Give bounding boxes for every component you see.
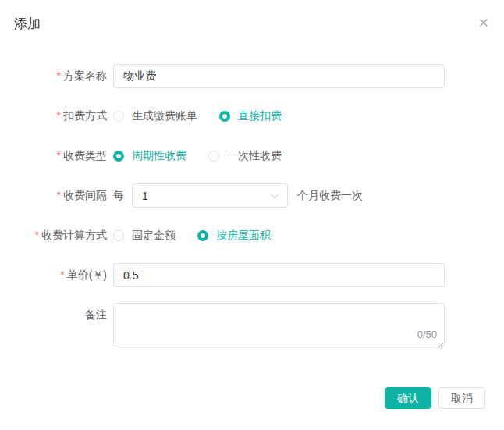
charge-type-radio-group: 周期性收费 一次性收费 (113, 149, 282, 163)
close-icon (478, 17, 489, 28)
char-counter: 0/50 (417, 329, 437, 339)
radio-icon (219, 111, 230, 122)
plan-name-input[interactable] (113, 64, 445, 88)
deduct-method-label: *扣费方式 (14, 104, 113, 128)
radio-label: 直接扣费 (238, 109, 282, 123)
add-form: *方案名称 *扣费方式 生成缴费账单 直接扣费 * (0, 64, 504, 346)
radio-label: 周期性收费 (132, 149, 186, 163)
charge-interval-label: *收费间隔 (14, 183, 113, 208)
radio-icon (113, 151, 124, 162)
radio-icon (197, 230, 208, 241)
charge-calc-radio-group: 固定金额 按房屋面积 (113, 229, 271, 243)
required-mark: * (57, 109, 61, 122)
required-mark: * (57, 189, 61, 201)
interval-select[interactable]: 1 (132, 183, 288, 208)
confirm-button[interactable]: 确认 (385, 387, 431, 409)
form-row-remark: 备注 0/50 (0, 303, 504, 346)
charge-type-label: *收费类型 (14, 144, 113, 168)
add-dialog: 添加 *方案名称 *扣费方式 (0, 0, 504, 430)
form-row-charge-interval: *收费间隔 每 1 个月收费一次 (0, 183, 504, 208)
radio-fixed-amount[interactable]: 固定金额 (113, 229, 176, 243)
remark-textarea-wrap: 0/50 (113, 303, 445, 346)
radio-generate-bill[interactable]: 生成缴费账单 (113, 109, 197, 123)
required-mark: * (35, 229, 39, 241)
radio-periodic-charge[interactable]: 周期性收费 (113, 149, 186, 163)
deduct-method-radio-group: 生成缴费账单 直接扣费 (113, 109, 282, 123)
interval-select-value: 1 (142, 190, 148, 202)
dialog-footer: 确认 取消 (0, 387, 504, 409)
plan-name-label: *方案名称 (14, 64, 113, 88)
form-row-unit-price: *单价(￥) (0, 263, 504, 287)
required-mark: * (57, 149, 61, 162)
dialog-title: 添加 (14, 16, 41, 31)
interval-prefix-text: 每 (113, 189, 124, 203)
dialog-header: 添加 (0, 14, 504, 34)
chevron-down-icon (271, 190, 279, 199)
radio-label: 生成缴费账单 (132, 109, 197, 123)
radio-label: 一次性收费 (227, 149, 282, 163)
form-row-plan-name: *方案名称 (0, 64, 504, 88)
required-mark: * (60, 268, 64, 281)
resize-handle-icon[interactable] (436, 338, 443, 345)
cancel-button[interactable]: 取消 (438, 387, 485, 409)
unit-price-input[interactable] (113, 263, 445, 287)
radio-label: 按房屋面积 (216, 229, 271, 243)
radio-direct-deduct[interactable]: 直接扣费 (219, 109, 282, 123)
radio-icon (113, 111, 124, 122)
radio-onetime-charge[interactable]: 一次性收费 (208, 149, 282, 163)
form-row-charge-type: *收费类型 周期性收费 一次性收费 (0, 144, 504, 168)
form-row-charge-calc: *收费计算方式 固定金额 按房屋面积 (0, 223, 504, 247)
unit-price-label: *单价(￥) (14, 263, 113, 287)
required-mark: * (57, 69, 61, 82)
interval-suffix-text: 个月收费一次 (297, 189, 363, 203)
radio-by-house-area[interactable]: 按房屋面积 (197, 229, 271, 243)
charge-calc-label: *收费计算方式 (14, 223, 113, 247)
form-row-deduct-method: *扣费方式 生成缴费账单 直接扣费 (0, 104, 504, 128)
radio-label: 固定金额 (132, 229, 176, 243)
radio-icon (208, 151, 219, 162)
radio-icon (113, 230, 124, 241)
remark-label: 备注 (14, 303, 113, 327)
close-button[interactable] (476, 15, 492, 30)
remark-textarea[interactable] (113, 303, 445, 346)
